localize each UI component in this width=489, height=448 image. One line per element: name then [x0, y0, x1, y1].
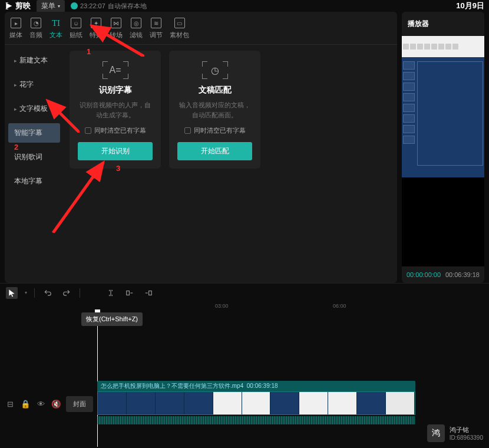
sidebar-local-subtitle[interactable]: 本地字幕	[8, 172, 60, 191]
track-toggle-button[interactable]: ⊟	[5, 398, 15, 409]
video-clip[interactable]	[97, 391, 415, 415]
start-match-button[interactable]: 开始匹配	[177, 142, 252, 160]
cover-button[interactable]: 封面	[66, 396, 93, 412]
mute-button[interactable]: 🔇	[51, 398, 61, 409]
sidebar-recognize-lyrics[interactable]: 识别歌词	[8, 147, 60, 167]
card-desc: 识别音视频中的人声，自动生成字幕。	[78, 100, 153, 120]
top-tab-nav: ▸媒体 ◔音频 TI文本 ☺贴纸 ✦特效 ⋈转场 ◎滤镜 ≋调节 ▭素材包	[5, 12, 397, 45]
sidebar-text-template[interactable]: ▸文字模板	[8, 99, 60, 118]
delete-left-tool[interactable]	[124, 287, 136, 299]
visibility-button[interactable]: 👁	[35, 398, 46, 409]
date-label: 10月9日	[456, 1, 484, 11]
text-sidebar: ▸新建文本 ▸花字 ▸文字模板 智能字幕 识别歌词 本地字幕	[5, 45, 64, 283]
card-title: 识别字幕	[99, 85, 132, 95]
sidebar-smart-subtitle[interactable]: 智能字幕	[8, 123, 60, 143]
card-title: 文稿匹配	[199, 85, 232, 95]
start-recognition-button[interactable]: 开始识别	[78, 142, 153, 160]
script-match-card: ◷ 文稿匹配 输入音视频对应的文稿，自动匹配画面。 同时清空已有字幕 开始匹配	[169, 51, 260, 169]
tab-media[interactable]: ▸媒体	[9, 18, 22, 39]
watermark: 鸿 鸿子铭 ID:68963390	[427, 424, 483, 442]
tab-effects[interactable]: ✦特效	[90, 18, 103, 39]
watermark-name: 鸿子铭	[450, 426, 483, 434]
player-title: 播放器	[402, 12, 484, 36]
timeline[interactable]: 恢复(Ctrl+Shift+Z) ⊟ 🔒 👁 🔇 封面 怎么把手机投屏到电脑上？…	[0, 311, 489, 447]
subtitle-icon: A=	[103, 61, 128, 79]
redo-button[interactable]	[61, 287, 72, 299]
menu-dropdown[interactable]: 菜单▾	[37, 0, 65, 12]
sidebar-fancy-text[interactable]: ▸花字	[8, 75, 60, 94]
clip-label[interactable]: 怎么把手机投屏到电脑上？不需要任何第三方软件.mp4 00:06:39:18	[97, 381, 415, 391]
tab-transition[interactable]: ⋈转场	[110, 18, 123, 39]
tab-audio[interactable]: ◔音频	[29, 18, 42, 39]
autosave-status: 23:22:07 自动保存本地	[71, 2, 147, 11]
svg-rect-1	[149, 291, 152, 295]
playhead[interactable]	[97, 311, 98, 447]
tab-material[interactable]: ▭素材包	[170, 18, 189, 39]
tab-sticker[interactable]: ☺贴纸	[70, 18, 82, 39]
audio-waveform[interactable]	[97, 416, 415, 424]
script-match-icon: ◷	[202, 61, 228, 79]
select-tool[interactable]	[6, 287, 18, 299]
app-logo: 剪映	[5, 1, 31, 11]
player-preview[interactable]	[402, 36, 484, 266]
watermark-icon: 鸿	[427, 424, 445, 442]
tab-adjust[interactable]: ≋调节	[150, 18, 163, 39]
sidebar-new-text[interactable]: ▸新建文本	[8, 51, 60, 70]
tab-filter[interactable]: ◎滤镜	[130, 18, 143, 39]
undo-button[interactable]	[42, 287, 54, 299]
delete-right-tool[interactable]	[143, 287, 154, 299]
split-tool[interactable]	[105, 287, 117, 299]
redo-tooltip: 恢复(Ctrl+Shift+Z)	[81, 312, 143, 326]
duration-time: 00:06:39:18	[445, 271, 480, 278]
watermark-id: ID:68963390	[450, 434, 483, 441]
clear-subtitles-checkbox-2[interactable]: 同时清空已有字幕	[184, 126, 246, 135]
tab-text[interactable]: TI文本	[49, 18, 62, 39]
current-time: 00:00:00:00	[407, 271, 441, 278]
timeline-ruler[interactable]: 03:00 06:00	[0, 302, 489, 311]
save-indicator-icon	[71, 2, 78, 9]
svg-rect-0	[127, 291, 130, 295]
card-desc: 输入音视频对应的文稿，自动匹配画面。	[177, 100, 252, 120]
clear-subtitles-checkbox[interactable]: 同时清空已有字幕	[85, 126, 146, 135]
lock-track-button[interactable]: 🔒	[20, 398, 31, 409]
subtitle-recognition-card: A= 识别字幕 识别音视频中的人声，自动生成字幕。 同时清空已有字幕 开始识别	[70, 51, 161, 169]
